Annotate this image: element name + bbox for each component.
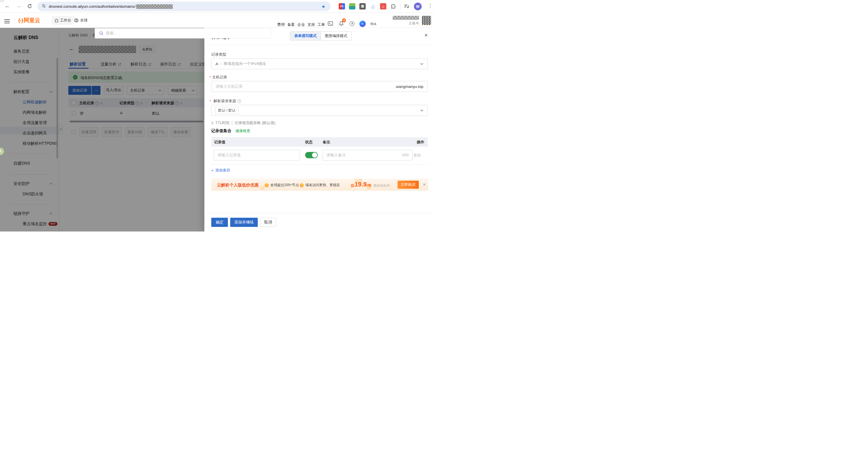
value-table-header: 记录值 状态 备注 操作 (211, 137, 428, 147)
record-set-title: 记录值集合 (211, 128, 231, 134)
promo-point-2: ✓ 域名访问更快、更稳定 (300, 183, 340, 187)
browser-reload-button[interactable] (27, 4, 32, 10)
add-record-drawer: 添加记录 表单填写模式 图形编排模式 ✕ 记录类型 A -- 将域名指向一个IP… (205, 28, 434, 231)
value-table-row: 请输入记录值 请输入备注 0/50 删除 (211, 147, 428, 165)
coin-decoration (260, 185, 265, 190)
console-search-input[interactable]: 搜索... (95, 28, 271, 38)
add-entry-link[interactable]: + 添加条目 (211, 168, 230, 173)
extension-tower-icon[interactable]: △ (370, 3, 376, 9)
browser-forward-button[interactable]: → (16, 3, 22, 9)
mode-graph-tab[interactable]: 图形编排模式 (321, 32, 351, 40)
extension-home-icon[interactable]: ⌂ (380, 3, 386, 9)
mode-form-tab[interactable]: 表单填写模式 (290, 32, 321, 40)
home-icon (55, 19, 59, 22)
toolbar-divider (400, 3, 400, 9)
console-topbar: (-) 阿里云 工作台 全球 搜索... 费用 备案 企业 支持 工单 3 ? … (0, 13, 434, 28)
address-bar[interactable]: dnsnext.console.aliyun.com/authoritative… (37, 2, 331, 11)
record-value-input[interactable]: 请输入记录值 (214, 150, 300, 161)
url-redacted-segment (136, 4, 173, 9)
help-icon[interactable]: ? (350, 21, 354, 26)
close-icon[interactable]: ✕ (424, 33, 428, 38)
confirm-button[interactable]: 确定 (211, 218, 228, 227)
nav-menu-icon[interactable] (4, 18, 10, 24)
promo-close-icon[interactable]: ✕ (423, 182, 426, 187)
chevron-down-icon (420, 63, 423, 65)
extensions-puzzle-icon[interactable] (391, 4, 396, 10)
url-text: dnsnext.console.aliyun.com/authoritative… (49, 4, 135, 9)
cloudshell-icon[interactable] (328, 21, 333, 27)
modal-overlay[interactable] (0, 28, 205, 231)
aliyun-logo-text: 阿里云 (24, 17, 40, 24)
nav-icp[interactable]: 备案 (287, 22, 295, 27)
buy-now-button[interactable]: 立即购买 (398, 181, 419, 189)
site-settings-icon[interactable] (42, 4, 46, 9)
record-type-label: 记录类型 (211, 52, 226, 57)
promo-price: 仅 19.9 /年 原价48元/年 (351, 181, 391, 188)
record-value-placeholder: 请输入记录值 (218, 152, 241, 158)
host-record-input[interactable]: 请输入主机记录 .wangmanyu.top (211, 81, 428, 92)
bookmark-star-icon[interactable]: ★ (321, 4, 325, 9)
promo-title: 云解析个人版低价优惠 (217, 182, 259, 188)
browser-back-button[interactable]: ← (5, 3, 10, 9)
host-record-label: 主机记录 (212, 75, 227, 80)
add-and-continue-button[interactable]: 添加并继续 (230, 218, 258, 227)
plus-icon: + (211, 168, 214, 173)
workbench-button[interactable]: 工作台 (52, 16, 74, 25)
region-selector[interactable]: 全球 (74, 16, 88, 25)
col-record-value: 记录值 (214, 140, 225, 145)
nav-billing[interactable]: 费用 (277, 22, 285, 27)
delete-button[interactable]: 删除 (414, 153, 421, 158)
required-asterisk: * (210, 99, 211, 104)
required-asterisk: * (210, 75, 211, 80)
divider (15, 17, 15, 24)
search-placeholder: 搜索... (106, 31, 117, 36)
nav-support[interactable]: 支持 (307, 22, 315, 27)
drawer-footer: 确定 添加并继续 取消 (205, 213, 434, 231)
notification-count-badge: 3 (342, 19, 346, 22)
tab-strip-corner (0, 0, 5, 2)
col-actions: 操作 (417, 140, 424, 145)
aliyun-logo[interactable]: (-) 阿里云 (19, 17, 40, 24)
record-type-select[interactable]: A -- 将域名指向一个IPv4地址 (211, 58, 428, 69)
reading-list-icon[interactable] (404, 4, 409, 10)
globe-icon (74, 18, 79, 23)
aliyun-logo-mark: (-) (19, 17, 23, 24)
host-record-label-row: * 主机记录 (210, 75, 227, 80)
note-input[interactable]: 请输入备注 0/50 (322, 150, 412, 161)
domain-suffix: .wangmanyu.top (395, 84, 423, 89)
note-placeholder: 请输入备注 (327, 152, 346, 158)
help-icon[interactable]: ? (237, 99, 241, 103)
ttl-advanced-toggle[interactable]: TTL时间 | 记录值负载策略 (默认值) (211, 120, 276, 125)
col-note: 备注 (322, 140, 330, 145)
chevron-right-icon (211, 121, 213, 125)
extension-ce-icon[interactable]: 测 (360, 3, 366, 9)
nav-tickets[interactable]: 工单 (317, 22, 325, 27)
account-avatar[interactable] (422, 16, 431, 25)
account-name-redacted (393, 16, 419, 20)
extension-fe-icon[interactable]: FE (339, 3, 345, 9)
extension-salad-icon[interactable] (349, 3, 355, 9)
note-counter: 0/50 (402, 153, 409, 157)
request-source-label-row: * 解析请求来源 ? (210, 98, 241, 104)
request-source-label: 解析请求来源 (214, 98, 236, 104)
mode-switcher: 表单填写模式 图形编排模式 (290, 31, 352, 40)
col-status: 状态 (305, 140, 313, 145)
cancel-button[interactable]: 取消 (260, 218, 276, 227)
nav-enterprise[interactable]: 企业 (298, 22, 305, 27)
browser-toolbar: ← → dnsnext.console.aliyun.com/authorita… (0, 0, 434, 13)
promo-point-1: ✓ 全球超过100+节点 (265, 183, 299, 187)
request-source-select[interactable]: 默认 / 默认 (211, 105, 428, 116)
promo-original-price: 原价48元/年 (373, 183, 390, 188)
status-toggle[interactable] (305, 152, 318, 158)
check-icon: ✓ (265, 183, 269, 187)
record-set-header: 记录值集合 健康检查 (211, 128, 250, 134)
divider (205, 45, 434, 45)
health-check-link[interactable]: 健康检查 (236, 128, 250, 134)
source-default-chip: 默认 / 默认 (215, 107, 239, 114)
app-promo-icon[interactable]: ✕ (360, 21, 366, 27)
language-icon[interactable]: 中A (370, 22, 376, 27)
check-icon: ✓ (300, 183, 304, 187)
search-icon (99, 31, 104, 36)
browser-menu-icon[interactable]: ⋮ (428, 3, 433, 9)
browser-profile-avatar[interactable]: W (414, 3, 422, 10)
